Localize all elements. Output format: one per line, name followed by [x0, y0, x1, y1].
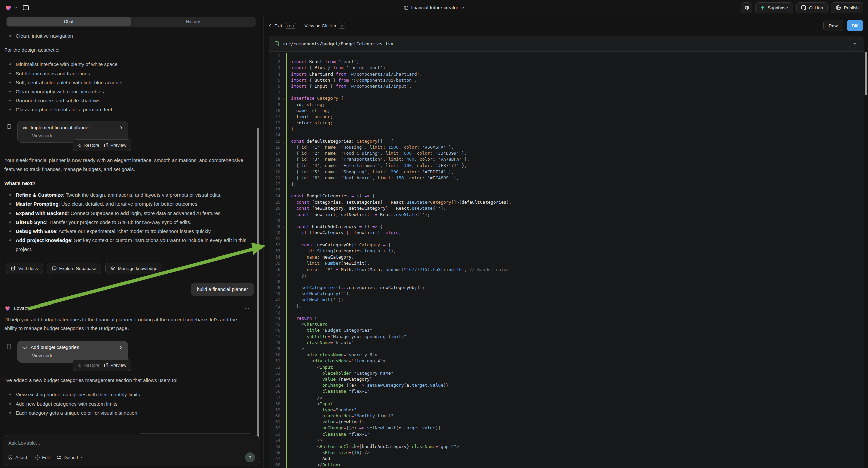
code-line: 27 const [newLimit, setNewLimit] = React…: [269, 211, 864, 217]
esc-kbd: ESC: [285, 23, 296, 29]
code-line: 39 setCategories([...categories, newCate…: [269, 285, 864, 291]
code-panel: Exit ESC View on GitHub G Raw Diff src/c…: [264, 16, 868, 468]
preview-button[interactable]: Preview: [104, 143, 126, 148]
added-summary: I've added a new budget categories manag…: [4, 376, 254, 385]
code-line: 8⌄interface Category {: [269, 95, 864, 101]
code-sheet: src/components/budget/BudgetCategories.t…: [269, 36, 864, 468]
tab-chat[interactable]: Chat: [7, 18, 131, 26]
list-item: Each category gets a unique color for vi…: [4, 408, 254, 417]
code-line: 37 };: [269, 273, 864, 279]
code-line: 51 <div className="flex gap-4">: [269, 358, 864, 364]
chat-scrollbar[interactable]: [257, 128, 259, 446]
raw-toggle-button[interactable]: Raw: [824, 20, 843, 31]
view-code-link[interactable]: View code: [32, 133, 123, 138]
preview-button[interactable]: Preview: [104, 362, 126, 368]
chevron-right-icon[interactable]: [119, 126, 123, 129]
message-more-button[interactable]: ⋯: [245, 305, 250, 311]
restore-icon: ↻: [78, 143, 81, 148]
supabase-button[interactable]: Supabase: [755, 2, 793, 13]
tab-history[interactable]: History: [131, 18, 255, 26]
list-item: Add new budget categories with custom li…: [4, 399, 254, 408]
view-code-link[interactable]: View code: [32, 353, 123, 358]
chat-transcript[interactable]: Clean, intuitive navigation For the desi…: [0, 28, 264, 434]
github-button[interactable]: GitHub: [796, 2, 828, 13]
code-line: 3import { Plus } from 'lucide-react';: [269, 65, 864, 71]
external-link-icon: [104, 143, 108, 147]
code-line: 9 id: string;: [269, 102, 864, 108]
code-scrollbar[interactable]: [865, 52, 867, 95]
version-card-title: Implement financial planner: [31, 125, 90, 130]
code-header: Exit ESC View on GitHub G Raw Diff: [264, 16, 868, 36]
chat-history-tabs: Chat History: [6, 17, 256, 27]
restore-icon: ↻: [78, 362, 81, 368]
version-card-add-budget-categories[interactable]: <> Add budget categories View code ↻ Res…: [18, 341, 128, 362]
code-line: 33 id: String(categories.length + 1),: [269, 248, 864, 254]
visit-docs-button[interactable]: Visit docs: [6, 263, 43, 274]
external-link-icon: [104, 363, 108, 367]
model-selector[interactable]: Default: [57, 455, 84, 460]
code-icon: <>: [23, 125, 27, 130]
code-line: 41 setNewLimit('');: [269, 297, 864, 303]
list-item: Clean, intuitive navigation: [4, 31, 254, 40]
project-chevron-down-icon: [461, 6, 465, 10]
restore-button[interactable]: ↻ Restore: [78, 143, 99, 148]
code-line: 68 </Button>: [269, 462, 864, 468]
code-line: 60 placeholder="Monthly limit": [269, 413, 864, 419]
restore-preview-pill: ↻ Restore Preview: [73, 359, 131, 371]
sidebar-toggle-icon[interactable]: [21, 3, 31, 13]
code-line: 59 type="number": [269, 407, 864, 413]
code-line: 25 const [categories, setCategories] = R…: [269, 199, 864, 205]
publish-globe-icon: [836, 5, 841, 10]
topbar: financial-future-creator Supabase GitHub…: [0, 0, 868, 16]
code-line: 57 />: [269, 395, 864, 401]
version-card-implement-financial-planner[interactable]: <> Implement financial planner View code…: [18, 121, 128, 143]
exit-button[interactable]: Exit ESC: [269, 23, 296, 29]
bookmark-icon[interactable]: [4, 341, 18, 362]
collapse-button[interactable]: [849, 38, 860, 49]
code-line: 32⌄ const newCategoryObj: Category = {: [269, 242, 864, 248]
code-line: 10 name: string;: [269, 108, 864, 114]
project-switcher[interactable]: financial-future-creator: [403, 0, 464, 16]
whats-next-heading: What's next?: [4, 179, 254, 188]
edit-button[interactable]: Edit: [35, 455, 50, 460]
bookmark-icon[interactable]: [4, 121, 18, 143]
code-line: 66 <Plus size={16} />: [269, 449, 864, 456]
settings-button[interactable]: [741, 2, 752, 13]
code-line: 44 return (: [269, 315, 864, 321]
external-link-icon: [11, 266, 16, 271]
code-line: 52 <Input: [269, 364, 864, 370]
restore-button-disabled[interactable]: ↻ Restore: [78, 362, 99, 368]
chevron-right-icon[interactable]: [119, 346, 123, 350]
diff-toggle-button[interactable]: Diff: [846, 20, 863, 31]
assistant-name: Lovable: [14, 305, 31, 311]
code-line: 26 const [newCategory, setNewCategory] =…: [269, 205, 864, 211]
code-line: 48 className="h-auto": [269, 340, 864, 346]
code-line: 43: [269, 309, 864, 315]
list-item: Add project knowledge: Set key context o…: [4, 236, 254, 254]
chat-bubble-icon: [52, 266, 57, 271]
user-message: would be cool if you could add budget ca…: [136, 433, 254, 434]
logo-chevron-down-icon[interactable]: [14, 6, 18, 9]
lovable-logo-icon[interactable]: [5, 4, 12, 11]
code-line: 21 { id: '6', name: 'Healthcare', limit:…: [269, 175, 864, 181]
code-line: 55 onChange={(e) => setNewCategory(e.tar…: [269, 382, 864, 388]
code-line: 19 { id: '4', name: 'Entertainment', lim…: [269, 163, 864, 169]
composer[interactable]: Ask Lovable... Attach Edit Default: [3, 435, 260, 466]
code-line: 38: [269, 279, 864, 285]
code-line: 17 { id: '2', name: 'Food & Dining', lim…: [269, 150, 864, 156]
attach-button[interactable]: Attach: [8, 455, 28, 460]
manage-knowledge-button[interactable]: Manage knowledge: [105, 263, 162, 274]
assistant-summary: Your sleek financial planner is now read…: [4, 156, 246, 174]
chat-input[interactable]: Ask Lovable...: [8, 440, 254, 446]
code-line: 24⌄const BudgetCategories = () => {: [269, 193, 864, 199]
code-line: 2import React from 'react';: [269, 59, 864, 65]
code-line: 49 >: [269, 346, 864, 352]
list-item: Subtle animations and transitions: [4, 69, 254, 78]
chevron-down-icon: [80, 456, 83, 459]
view-on-github-button[interactable]: View on GitHub G: [305, 23, 345, 29]
code-editor[interactable]: 12import React from 'react';3import { Pl…: [269, 52, 864, 468]
send-button[interactable]: [245, 452, 255, 462]
publish-button[interactable]: Publish: [831, 2, 863, 13]
quick-actions-row: Visit docs Explore Supabase Manage knowl…: [6, 263, 254, 274]
explore-supabase-button[interactable]: Explore Supabase: [47, 263, 101, 274]
